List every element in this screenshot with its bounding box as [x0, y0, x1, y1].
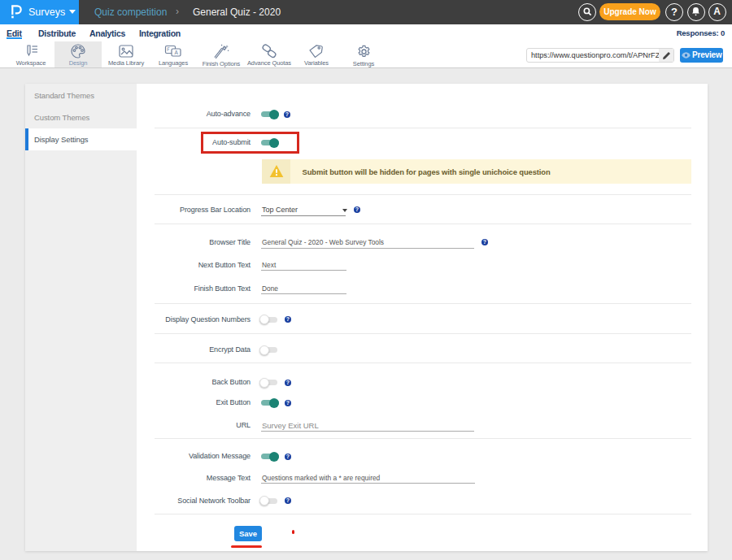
svg-text:Ｆ: Ｆ — [166, 46, 171, 52]
